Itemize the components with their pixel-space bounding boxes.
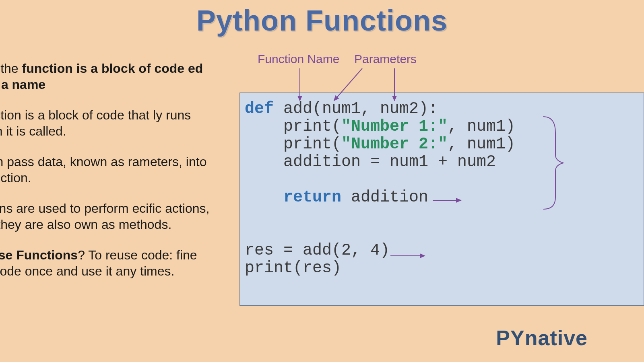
code-signature: add(num1, num2): <box>274 100 438 118</box>
intro-line-1: hon, the function is a block of code ed … <box>0 60 213 93</box>
intro-text-column: hon, the function is a block of code ed … <box>0 60 213 294</box>
code-l4: addition = num1 + num2 <box>245 153 496 171</box>
intro-p3: nctions are used to perform ecific actio… <box>0 200 213 232</box>
code-return-keyword: return <box>283 188 341 206</box>
label-parameters: Parameters <box>354 52 417 66</box>
code-l2-str: "Number 1:" <box>341 117 448 136</box>
intro-p4: hy use Functions? To reuse code: fine th… <box>0 247 213 279</box>
code-ret-post: addition <box>341 188 428 206</box>
label-function-name: Function Name <box>258 52 339 66</box>
code-l3-str: "Number 2:" <box>341 135 448 153</box>
code-l2-post: , num1) <box>448 117 515 136</box>
intro-bold: function is a block of code ed with a na… <box>0 61 203 92</box>
code-l3-pre: print( <box>245 135 341 153</box>
code-example-box: def add(num1, num2): print("Number 1:", … <box>239 93 644 306</box>
intro-prefix: hon, the <box>0 61 22 76</box>
code-l2-pre: print( <box>245 117 341 136</box>
intro-p1: Function is a block of code that ly runs… <box>0 107 213 139</box>
code-l3-post: , num1) <box>448 135 515 153</box>
brand-logo-text: PYnative <box>496 326 588 350</box>
code-call: res = add(2, 4) <box>245 241 390 259</box>
intro-p4-bold: hy use Functions <box>0 248 78 262</box>
code-def-keyword: def <box>245 100 274 118</box>
intro-p2: u can pass data, known as rameters, into… <box>0 154 213 186</box>
code-ret-indent <box>245 188 283 206</box>
slide-title: Python Functions <box>0 4 644 37</box>
code-print: print(res) <box>245 259 341 277</box>
